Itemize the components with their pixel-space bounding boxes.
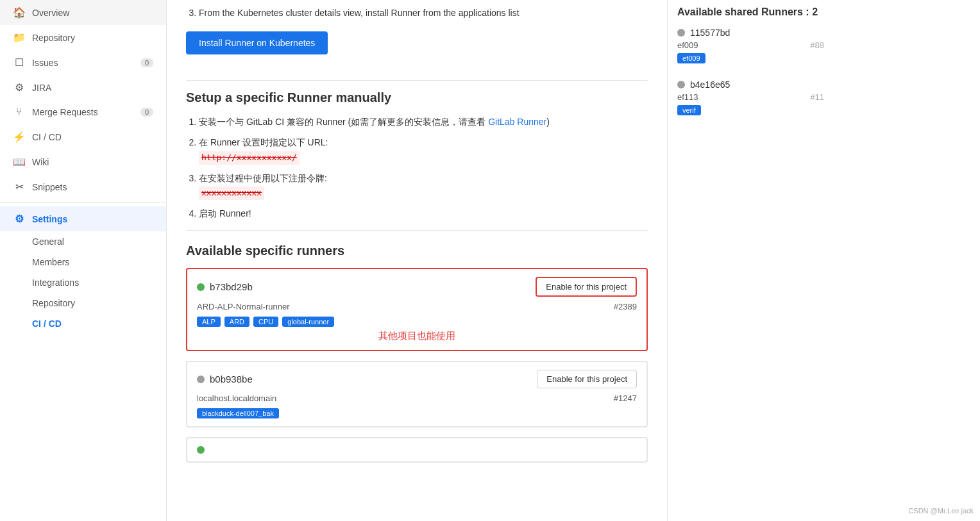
- enable-runner2-button[interactable]: Enable for this project: [537, 370, 637, 388]
- section-divider: [186, 80, 648, 81]
- section-divider-2: [186, 230, 648, 231]
- setup-step4: 启动 Runner!: [199, 206, 648, 220]
- runner-row-2: b0b938be Enable for this project: [197, 370, 637, 388]
- shared-runner-name-1: 115577bd: [677, 28, 824, 38]
- runner-card-3: [186, 437, 648, 463]
- step3-item: From the Kubernetes cluster details view…: [199, 6, 648, 20]
- sidebar-item-label: JIRA: [32, 83, 51, 93]
- sidebar-item-label: Settings: [32, 214, 67, 224]
- merge-badge: 0: [140, 108, 153, 117]
- sidebar-item-repository[interactable]: 📁 Repository: [0, 25, 166, 50]
- shared-runner-sub-text-2: ef113: [677, 92, 698, 102]
- runner-description-2: localhost.localdomain: [197, 393, 276, 403]
- runner-meta-2: localhost.localdomain #1247: [197, 393, 637, 403]
- shared-runner-1: 115577bd ef009 #88 ef009: [677, 28, 824, 67]
- runner-token: xxxxxxxxxxxx: [199, 186, 264, 200]
- enable-runner1-button[interactable]: Enable for this project: [536, 277, 637, 297]
- runner-meta-1: ARD-ALP-Normal-runner #2389: [197, 302, 637, 311]
- shared-runner-dot-1: [677, 29, 685, 37]
- sidebar-item-cicd[interactable]: ⚡ CI / CD: [0, 124, 166, 149]
- runner-tags-2: blackduck-dell007_bak: [197, 408, 637, 418]
- runner-status-dot-green3: [197, 446, 205, 454]
- settings-icon: ⚙: [13, 213, 26, 225]
- runner-status-dot-gray: [197, 376, 205, 383]
- home-icon: 🏠: [13, 6, 26, 19]
- other-projects-note: 其他项目也能使用: [197, 330, 637, 342]
- sidebar-item-label: Repository: [32, 33, 75, 43]
- shared-runner-job-2: #11: [810, 92, 824, 102]
- sidebar-item-wiki[interactable]: 📖 Wiki: [0, 149, 166, 174]
- runner-job-2: #1247: [614, 393, 637, 403]
- sidebar-item-issues[interactable]: ☐ Issues 0: [0, 50, 166, 75]
- sub-item-label: Repository: [32, 298, 75, 308]
- sidebar: 🏠 Overview 📁 Repository ☐ Issues 0 ⚙ JIR…: [0, 0, 167, 521]
- shared-runner-2: b4e16e65 ef113 #11 verif: [677, 79, 824, 119]
- wiki-icon: 📖: [13, 156, 26, 168]
- shared-runner-id-1: 115577bd: [690, 28, 730, 38]
- sidebar-sub-cicd[interactable]: CI / CD: [0, 313, 166, 334]
- sidebar-sub-integrations[interactable]: Integrations: [0, 272, 166, 293]
- tag-global-runner: global-runner: [282, 317, 334, 327]
- sidebar-item-jira[interactable]: ⚙ JIRA: [0, 75, 166, 100]
- setup-title: Setup a specific Runner manually: [186, 90, 648, 105]
- sidebar-item-snippets[interactable]: ✂ Snippets: [0, 174, 166, 199]
- issues-badge: 0: [140, 58, 153, 67]
- runner-name-3: [197, 446, 637, 454]
- runner-url: http://xxxxxxxxxxx/: [199, 151, 300, 165]
- runner-tags-1: ALP ARD CPU global-runner: [197, 317, 637, 327]
- shared-runner-job-1: #88: [810, 40, 824, 50]
- sub-item-label: General: [32, 236, 64, 247]
- sub-item-label: Members: [32, 257, 69, 267]
- runner-card-1: b73bd29b Enable for this project ARD-ALP…: [186, 268, 648, 351]
- install-runner-button[interactable]: Install Runner on Kubernetes: [186, 31, 328, 54]
- snippets-icon: ✂: [13, 181, 26, 193]
- setup-step1: 安装一个与 GitLab CI 兼容的 Runner (如需了解更多的安装信息，…: [199, 115, 648, 129]
- tag-cpu: CPU: [253, 317, 278, 327]
- sidebar-sub-repository[interactable]: Repository: [0, 293, 166, 313]
- available-runners-title: Available specific runners: [186, 244, 648, 258]
- sub-item-label: CI / CD: [32, 318, 62, 329]
- main-content: From the Kubernetes cluster details view…: [167, 0, 980, 521]
- sidebar-item-label: CI / CD: [32, 132, 62, 142]
- setup-step2: 在 Runner 设置时指定以下 URL: http://xxxxxxxxxxx…: [199, 135, 648, 164]
- folder-icon: 📁: [13, 31, 26, 44]
- install-section: From the Kubernetes cluster details view…: [186, 0, 648, 70]
- tag-ard: ARD: [224, 317, 249, 327]
- shared-runner-id-2: b4e16e65: [690, 79, 730, 90]
- watermark: CSDN @Mr.Lee jack: [908, 507, 974, 515]
- sidebar-item-merge-requests[interactable]: ⑂ Merge Requests 0: [0, 100, 166, 124]
- setup-step3: 在安装过程中使用以下注册令牌: xxxxxxxxxxxx: [199, 171, 648, 200]
- center-panel: From the Kubernetes cluster details view…: [167, 0, 667, 521]
- merge-icon: ⑂: [13, 106, 26, 118]
- shared-runner-dot-2: [677, 81, 685, 88]
- sidebar-item-settings[interactable]: ⚙ Settings: [0, 206, 166, 231]
- shared-runner-sub-2: ef113 #11: [677, 92, 824, 102]
- sidebar-item-label: Merge Requests: [32, 107, 98, 117]
- issues-icon: ☐: [13, 56, 26, 69]
- runner-name-1: b73bd29b: [197, 281, 253, 292]
- shared-runners-title: Available shared Runners : 2: [677, 6, 824, 18]
- sidebar-item-label: Snippets: [32, 182, 67, 192]
- cicd-icon: ⚡: [13, 131, 26, 143]
- tag-blackduck: blackduck-dell007_bak: [197, 408, 279, 418]
- divider: [0, 203, 166, 203]
- shared-runner-tag-2: verif: [677, 105, 701, 115]
- runner-name-2: b0b938be: [197, 374, 253, 385]
- sidebar-sub-members[interactable]: Members: [0, 252, 166, 272]
- tag-alp: ALP: [197, 317, 221, 327]
- setup-section: Setup a specific Runner manually 安装一个与 G…: [186, 90, 648, 220]
- shared-runner-sub-text-1: ef009: [677, 40, 698, 50]
- sidebar-item-label: Overview: [32, 8, 69, 18]
- runner-description-1: ARD-ALP-Normal-runner: [197, 302, 289, 311]
- shared-runner-sub-1: ef009 #88: [677, 40, 824, 50]
- gitlab-runner-link[interactable]: GitLab Runner: [488, 117, 546, 127]
- jira-icon: ⚙: [13, 81, 26, 94]
- runner-id-2: b0b938be: [210, 374, 253, 385]
- sidebar-item-label: Issues: [32, 58, 58, 68]
- runner-status-dot-green: [197, 283, 205, 291]
- shared-runner-tag-1: ef009: [677, 53, 705, 63]
- sidebar-sub-general[interactable]: General: [0, 231, 166, 252]
- sidebar-item-overview[interactable]: 🏠 Overview: [0, 0, 166, 25]
- runner-row-1: b73bd29b Enable for this project: [197, 277, 637, 297]
- runner-card-2: b0b938be Enable for this project localho…: [186, 361, 648, 427]
